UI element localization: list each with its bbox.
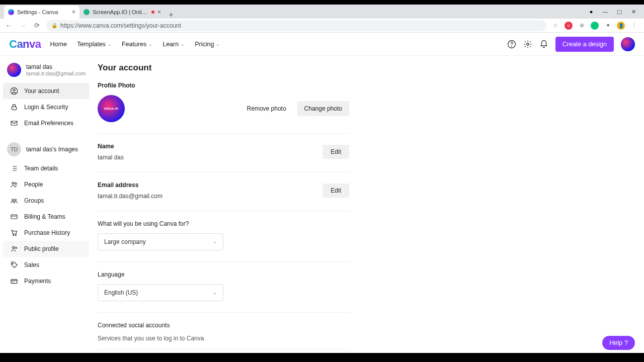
sidebar-item-label: People [24,181,43,188]
gear-icon[interactable] [523,40,532,49]
sidebar-item-label: Public profile [24,245,59,252]
sidebar-item-sales[interactable]: Sales [3,257,89,273]
sidebar-user: tamal das tamal.tr.das@gmail.com [0,63,92,83]
window-controls: ● — ▢ ✕ [588,9,644,15]
record-icon[interactable]: ● [588,9,595,15]
browser-chrome: Settings - Canva × ScreenApp.IO | Online… [0,5,644,33]
app: Canva Home Templates⌄ Features⌄ Learn⌄ P… [0,33,644,353]
svg-point-14 [13,246,15,248]
sidebar-item-email-preferences[interactable]: Email Preferences [3,115,89,131]
sidebar-item-team-details[interactable]: Team details [3,160,89,176]
svg-rect-11 [11,215,17,219]
canva-logo[interactable]: Canva [9,38,41,51]
svg-point-13 [15,235,16,236]
usage-select[interactable]: Large company ⌄ [98,233,223,250]
profile-icon [10,245,18,253]
close-icon[interactable]: × [72,9,75,16]
sidebar-item-public-profile[interactable]: Public profile [3,241,89,257]
sidebar-item-billing-teams[interactable]: Billing & Teams [3,209,89,225]
create-design-button[interactable]: Create a design [555,37,614,52]
sidebar-item-people[interactable]: People [3,176,89,193]
favicon-canva [8,9,14,15]
edit-email-button[interactable]: Edit [323,184,349,198]
name-value: tamal das [98,154,124,161]
divider [98,172,349,172]
close-icon[interactable]: × [157,9,161,16]
svg-point-10 [15,199,16,201]
url-input[interactable] [60,22,541,29]
tab-screenapp[interactable]: ScreenApp.IO | Online Screen × [79,6,165,19]
extensions-menu-icon[interactable]: ✦ [604,22,612,30]
sidebar-item-label: Sales [24,261,39,268]
recording-icon [151,11,154,14]
kebab-menu-icon[interactable]: ⋮ [630,22,638,30]
sidebar-item-login-security[interactable]: Login & Security [3,99,89,115]
nav-features[interactable]: Features⌄ [122,41,152,48]
svg-point-9 [12,199,14,201]
cart-icon [10,229,18,237]
language-select[interactable]: English (US) ⌄ [98,284,223,301]
sidebar-item-your-account[interactable]: Your account [3,83,89,99]
wallet-icon [10,277,18,285]
tab-bar: Settings - Canva × ScreenApp.IO | Online… [0,5,644,19]
sidebar-item-label: Team details [24,165,58,172]
app-header: Canva Home Templates⌄ Features⌄ Learn⌄ P… [0,33,644,56]
sidebar-item-purchase-history[interactable]: Purchase History [3,225,89,241]
sidebar-item-label: Payments [24,278,51,285]
people-icon [10,180,18,189]
extension-icon[interactable]: o [565,22,573,30]
sidebar-team: TD tamal das's Images [0,138,92,160]
team-badge: TD [7,142,21,156]
divider [98,261,349,262]
profile-photo [98,95,125,122]
svg-point-16 [12,263,13,264]
chevron-down-icon: ⌄ [108,42,112,47]
sidebar-user-name: tamal das [26,63,86,70]
close-window-icon[interactable]: ✕ [630,9,637,15]
sidebar-item-label: Login & Security [24,104,68,111]
edit-name-button[interactable]: Edit [323,145,349,159]
avatar[interactable] [621,37,635,51]
list-icon [10,164,18,172]
profile-chip-icon[interactable]: 👤 [617,22,625,30]
sidebar-item-groups[interactable]: Groups [3,193,89,209]
star-icon[interactable]: ☆ [551,22,559,30]
svg-point-1 [511,46,512,46]
bell-icon[interactable] [539,40,548,49]
new-tab-button[interactable]: + [165,11,177,19]
chevron-down-icon: ⌄ [213,290,217,295]
extension-icon[interactable] [591,22,599,30]
chevron-down-icon: ⌄ [216,42,220,47]
nav-home[interactable]: Home [50,41,67,48]
lock-icon [10,103,18,111]
reload-button[interactable]: ⟳ [32,22,41,29]
minimize-icon[interactable]: — [602,9,609,15]
sidebar-item-label: Your account [24,87,59,95]
maximize-icon[interactable]: ▢ [616,9,623,15]
main-content: Your account Profile Photo Remove photo … [93,56,644,353]
page-title: Your account [98,63,349,73]
sidebar-item-payments[interactable]: Payments [3,273,89,289]
nav-learn[interactable]: Learn⌄ [163,41,185,48]
settings-sidebar: tamal das tamal.tr.das@gmail.com Your ac… [0,56,93,353]
language-value: English (US) [104,289,138,296]
url-field[interactable]: 🔒 [46,20,546,31]
back-button[interactable]: ← [4,22,13,29]
email-label: Email address [98,182,163,189]
extension-icon[interactable]: ⊕ [578,22,586,30]
svg-point-4 [13,89,15,91]
connected-subtext: Services that you use to log in to Canva [98,335,349,342]
change-photo-button[interactable]: Change photo [297,101,349,116]
help-icon[interactable] [507,40,516,49]
divider [98,133,349,134]
svg-rect-17 [11,280,17,284]
nav-pricing[interactable]: Pricing⌄ [195,41,220,48]
chevron-down-icon: ⌄ [148,42,152,47]
address-bar: ← → ⟳ 🔒 ☆ o ⊕ ✦ 👤 ⋮ [0,19,644,33]
tab-canva-settings[interactable]: Settings - Canva × [4,6,79,19]
forward-button[interactable]: → [18,22,27,29]
help-button[interactable]: Help ? [602,336,635,350]
nav-templates[interactable]: Templates⌄ [77,41,112,48]
top-nav: Home Templates⌄ Features⌄ Learn⌄ Pricing… [50,41,220,48]
remove-photo-button[interactable]: Remove photo [241,101,292,116]
